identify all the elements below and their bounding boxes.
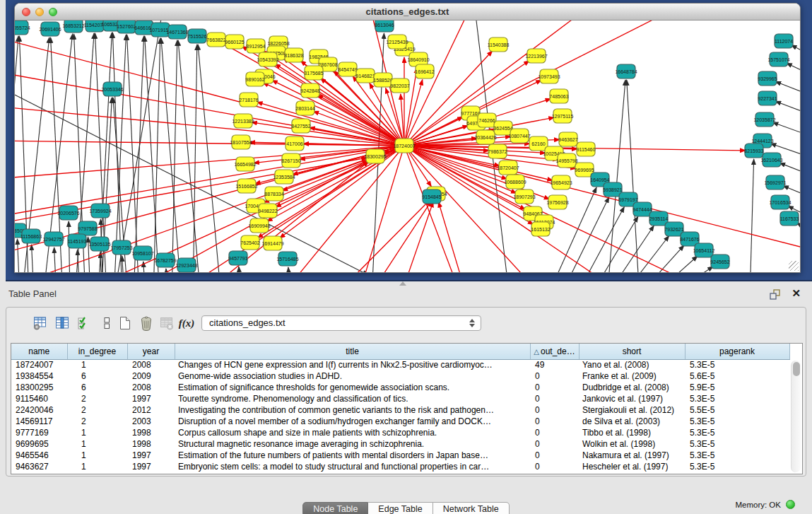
- cell-name[interactable]: 19384554: [11, 370, 67, 382]
- network-canvas[interactable]: 1405572420691406168532121154207610653267…: [15, 21, 800, 272]
- graph-node[interactable]: 1145193: [68, 234, 87, 248]
- graph-node[interactable]: 8912954: [246, 39, 265, 53]
- cell-out_de[interactable]: 0: [530, 370, 579, 382]
- graph-node[interactable]: 9242848: [300, 83, 319, 98]
- graph-node[interactable]: 8267150: [281, 153, 300, 168]
- cell-out_de[interactable]: 49: [530, 359, 579, 370]
- cell-pagerank[interactable]: 5.5E-5: [685, 404, 789, 416]
- cell-name[interactable]: 9463627: [11, 461, 67, 472]
- new-table-icon[interactable]: [117, 315, 134, 332]
- column-header-out_de[interactable]: △out_de…: [530, 344, 579, 359]
- graph-node[interactable]: 18107554: [230, 135, 252, 149]
- graph-node[interactable]: 19654923: [550, 175, 572, 189]
- cell-title[interactable]: Estimation of the future numbers of pati…: [175, 450, 530, 461]
- cell-pagerank[interactable]: 5.3E-5: [685, 416, 789, 427]
- cell-in_degree[interactable]: 1: [67, 427, 127, 438]
- table-row[interactable]: 977716911998Corpus callosum shape and si…: [11, 427, 789, 438]
- column-header-pagerank[interactable]: pagerank: [685, 344, 789, 359]
- graph-node[interactable]: 18720407: [497, 160, 519, 175]
- cell-name[interactable]: 14569117: [11, 416, 67, 427]
- graph-node[interactable]: 15716485: [276, 252, 298, 266]
- graph-node[interactable]: 3175685: [304, 66, 323, 80]
- memory-status-icon[interactable]: [786, 500, 795, 509]
- graph-node[interactable]: 10543392: [257, 52, 278, 66]
- graph-node[interactable]: 19756928: [546, 195, 568, 209]
- scrollbar-thumb[interactable]: [793, 362, 800, 376]
- graph-node[interactable]: 20206576: [57, 206, 79, 220]
- cell-name[interactable]: 9777169: [11, 427, 67, 438]
- graph-node[interactable]: 1696412: [415, 64, 434, 78]
- cell-in_degree[interactable]: 2: [67, 404, 127, 416]
- select-all-icon[interactable]: [76, 315, 93, 332]
- cell-out_de[interactable]: 0: [530, 427, 579, 438]
- table-row[interactable]: 1938455462009Genome-wide association stu…: [11, 370, 789, 382]
- graph-node[interactable]: 20691406: [39, 22, 61, 36]
- cell-name[interactable]: 9465546: [11, 450, 67, 461]
- graph-node[interactable]: 12213383: [232, 114, 254, 128]
- cell-name[interactable]: 18724007: [11, 359, 67, 370]
- graph-node[interactable]: 1615132: [531, 222, 550, 236]
- cell-year[interactable]: 1997: [127, 450, 175, 461]
- graph-node[interactable]: 9463627: [558, 132, 577, 146]
- cell-title[interactable]: Changes of HCN gene expression and I(f) …: [175, 359, 530, 370]
- graph-node[interactable]: 12213967: [525, 49, 547, 63]
- graph-node[interactable]: 10958107: [131, 246, 153, 260]
- cell-short[interactable]: Franke et al. (2009): [579, 370, 685, 382]
- graph-node[interactable]: 12942757: [42, 232, 64, 246]
- graph-node[interactable]: 14955798: [555, 153, 577, 168]
- cell-pagerank[interactable]: 5.3E-5: [685, 438, 789, 450]
- citation-network-graph[interactable]: 1405572420691406168532121154207610653267…: [15, 21, 800, 272]
- graph-node[interactable]: 16914479: [261, 236, 283, 250]
- table-row[interactable]: 1830029562008Estimation of significance …: [11, 382, 789, 393]
- cell-short[interactable]: Wolkin et al. (1998): [579, 438, 685, 450]
- cell-out_de[interactable]: 0: [530, 404, 579, 416]
- graph-node[interactable]: 14055724: [15, 21, 30, 35]
- graph-node[interactable]: 12923448: [175, 258, 197, 272]
- cell-in_degree[interactable]: 2: [67, 393, 127, 404]
- graph-node[interactable]: 12125439: [386, 35, 408, 49]
- graph-node[interactable]: 2718176: [239, 93, 258, 107]
- graph-node[interactable]: 9154845: [422, 189, 441, 204]
- cell-title[interactable]: Tourette syndrome. Phenomenology and cla…: [175, 393, 530, 404]
- graph-node[interactable]: 7625402: [240, 235, 259, 250]
- graph-node[interactable]: 18724007: [393, 139, 415, 153]
- graph-node[interactable]: 8878334: [264, 187, 283, 201]
- cell-year[interactable]: 1998: [127, 438, 175, 450]
- graph-node[interactable]: 8427552: [291, 119, 310, 133]
- table-row[interactable]: 911546021997Tourette syndrome. Phenomeno…: [11, 393, 789, 404]
- column-header-short[interactable]: short: [579, 344, 685, 359]
- graph-node[interactable]: 10807447: [508, 129, 530, 143]
- cell-year[interactable]: 2008: [127, 382, 175, 393]
- graph-node[interactable]: 13505135: [88, 237, 110, 251]
- graph-node[interactable]: 7515526: [187, 29, 206, 43]
- graph-node[interactable]: 1112074: [775, 34, 793, 48]
- cell-out_de[interactable]: 0: [530, 450, 579, 461]
- graph-node[interactable]: 16909948: [248, 218, 270, 233]
- graph-node[interactable]: 20053346: [101, 82, 123, 96]
- cell-title[interactable]: Structural magnetic resonance image aver…: [175, 438, 530, 450]
- graph-node[interactable]: 9146821: [355, 69, 375, 83]
- cell-pagerank[interactable]: 5.3E-5: [685, 427, 789, 438]
- graph-node[interactable]: 12975115: [552, 109, 574, 123]
- close-panel-icon[interactable]: ✕: [792, 287, 801, 300]
- column-header-name[interactable]: name: [11, 344, 67, 359]
- table-row[interactable]: 946362711997Embryonic stem cells: a mode…: [11, 461, 789, 472]
- graph-node[interactable]: 15692971: [764, 175, 786, 189]
- column-header-title[interactable]: title: [175, 344, 530, 359]
- column-header-in_degree[interactable]: in_degree: [67, 344, 127, 359]
- graph-node[interactable]: 12035872: [753, 112, 775, 127]
- cell-out_de[interactable]: 0: [530, 393, 579, 404]
- graph-node[interactable]: 8186328: [284, 48, 303, 62]
- cell-title[interactable]: Investigating the contribution of common…: [175, 404, 530, 416]
- graph-node[interactable]: 17957253: [110, 240, 132, 255]
- cell-title[interactable]: Estimation of significance thresholds fo…: [175, 382, 530, 393]
- cell-title[interactable]: Genome-wide association studies in ADHD.: [175, 370, 530, 382]
- graph-node[interactable]: 9797588: [78, 221, 97, 235]
- cell-year[interactable]: 1997: [127, 461, 175, 472]
- graph-node[interactable]: 10973493: [538, 69, 560, 83]
- cell-out_de[interactable]: 0: [530, 438, 579, 450]
- cell-out_de[interactable]: 0: [530, 461, 579, 472]
- cell-pagerank[interactable]: 5.3E-5: [685, 393, 789, 404]
- graph-node[interactable]: 10654112: [693, 243, 715, 257]
- cell-name[interactable]: 9115460: [11, 393, 67, 404]
